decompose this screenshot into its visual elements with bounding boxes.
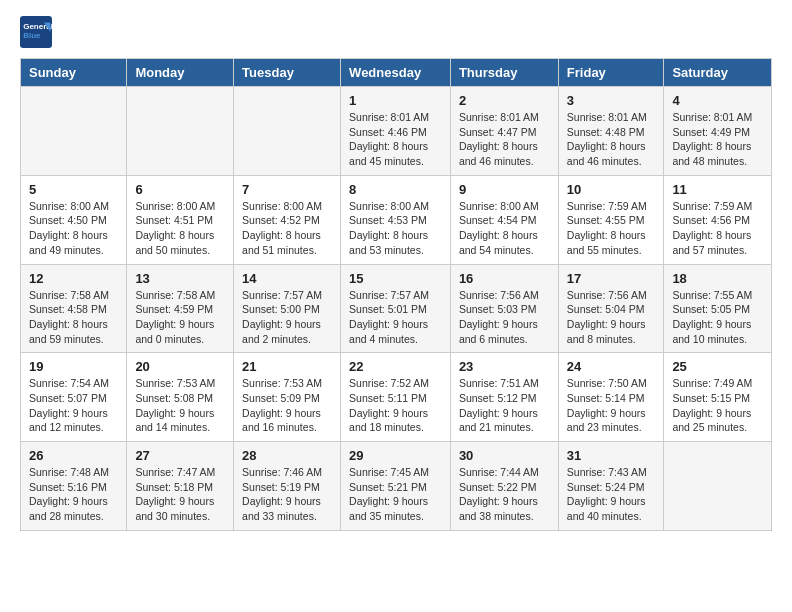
- day-info: Sunrise: 8:01 AM Sunset: 4:47 PM Dayligh…: [459, 110, 550, 169]
- calendar-cell: 10Sunrise: 7:59 AM Sunset: 4:55 PM Dayli…: [558, 175, 664, 264]
- calendar-cell: 8Sunrise: 8:00 AM Sunset: 4:53 PM Daylig…: [341, 175, 451, 264]
- calendar-week-row: 26Sunrise: 7:48 AM Sunset: 5:16 PM Dayli…: [21, 442, 772, 531]
- day-info: Sunrise: 7:59 AM Sunset: 4:55 PM Dayligh…: [567, 199, 656, 258]
- day-info: Sunrise: 8:01 AM Sunset: 4:49 PM Dayligh…: [672, 110, 763, 169]
- calendar-cell: 6Sunrise: 8:00 AM Sunset: 4:51 PM Daylig…: [127, 175, 234, 264]
- calendar-cell: [127, 87, 234, 176]
- calendar-cell: 29Sunrise: 7:45 AM Sunset: 5:21 PM Dayli…: [341, 442, 451, 531]
- day-info: Sunrise: 8:01 AM Sunset: 4:46 PM Dayligh…: [349, 110, 442, 169]
- calendar-cell: 11Sunrise: 7:59 AM Sunset: 4:56 PM Dayli…: [664, 175, 772, 264]
- day-number: 27: [135, 448, 225, 463]
- calendar-cell: 2Sunrise: 8:01 AM Sunset: 4:47 PM Daylig…: [450, 87, 558, 176]
- day-info: Sunrise: 7:51 AM Sunset: 5:12 PM Dayligh…: [459, 376, 550, 435]
- calendar-cell: 31Sunrise: 7:43 AM Sunset: 5:24 PM Dayli…: [558, 442, 664, 531]
- calendar-cell: 9Sunrise: 8:00 AM Sunset: 4:54 PM Daylig…: [450, 175, 558, 264]
- day-number: 12: [29, 271, 118, 286]
- calendar-cell: 27Sunrise: 7:47 AM Sunset: 5:18 PM Dayli…: [127, 442, 234, 531]
- day-number: 3: [567, 93, 656, 108]
- header: General Blue: [20, 16, 772, 48]
- calendar-cell: 23Sunrise: 7:51 AM Sunset: 5:12 PM Dayli…: [450, 353, 558, 442]
- calendar-cell: 19Sunrise: 7:54 AM Sunset: 5:07 PM Dayli…: [21, 353, 127, 442]
- day-info: Sunrise: 7:56 AM Sunset: 5:03 PM Dayligh…: [459, 288, 550, 347]
- day-number: 16: [459, 271, 550, 286]
- logo: General Blue: [20, 16, 56, 48]
- day-header-tuesday: Tuesday: [234, 59, 341, 87]
- day-info: Sunrise: 7:47 AM Sunset: 5:18 PM Dayligh…: [135, 465, 225, 524]
- day-number: 10: [567, 182, 656, 197]
- day-number: 6: [135, 182, 225, 197]
- day-number: 23: [459, 359, 550, 374]
- calendar-week-row: 12Sunrise: 7:58 AM Sunset: 4:58 PM Dayli…: [21, 264, 772, 353]
- calendar-week-row: 5Sunrise: 8:00 AM Sunset: 4:50 PM Daylig…: [21, 175, 772, 264]
- day-info: Sunrise: 7:57 AM Sunset: 5:01 PM Dayligh…: [349, 288, 442, 347]
- calendar-cell: 15Sunrise: 7:57 AM Sunset: 5:01 PM Dayli…: [341, 264, 451, 353]
- calendar-cell: 21Sunrise: 7:53 AM Sunset: 5:09 PM Dayli…: [234, 353, 341, 442]
- day-number: 24: [567, 359, 656, 374]
- day-number: 8: [349, 182, 442, 197]
- day-info: Sunrise: 7:57 AM Sunset: 5:00 PM Dayligh…: [242, 288, 332, 347]
- day-info: Sunrise: 7:49 AM Sunset: 5:15 PM Dayligh…: [672, 376, 763, 435]
- day-header-monday: Monday: [127, 59, 234, 87]
- logo-icon: General Blue: [20, 16, 52, 48]
- calendar-cell: [664, 442, 772, 531]
- calendar-table: SundayMondayTuesdayWednesdayThursdayFrid…: [20, 58, 772, 531]
- day-info: Sunrise: 7:44 AM Sunset: 5:22 PM Dayligh…: [459, 465, 550, 524]
- calendar-cell: 25Sunrise: 7:49 AM Sunset: 5:15 PM Dayli…: [664, 353, 772, 442]
- day-info: Sunrise: 7:45 AM Sunset: 5:21 PM Dayligh…: [349, 465, 442, 524]
- day-number: 13: [135, 271, 225, 286]
- day-number: 30: [459, 448, 550, 463]
- calendar-cell: 12Sunrise: 7:58 AM Sunset: 4:58 PM Dayli…: [21, 264, 127, 353]
- day-number: 21: [242, 359, 332, 374]
- day-header-thursday: Thursday: [450, 59, 558, 87]
- day-number: 2: [459, 93, 550, 108]
- calendar-cell: [234, 87, 341, 176]
- day-number: 29: [349, 448, 442, 463]
- calendar-cell: 13Sunrise: 7:58 AM Sunset: 4:59 PM Dayli…: [127, 264, 234, 353]
- page-container: General Blue SundayMondayTuesdayWednesda…: [0, 0, 792, 547]
- day-info: Sunrise: 8:00 AM Sunset: 4:53 PM Dayligh…: [349, 199, 442, 258]
- calendar-cell: 16Sunrise: 7:56 AM Sunset: 5:03 PM Dayli…: [450, 264, 558, 353]
- calendar-header-row: SundayMondayTuesdayWednesdayThursdayFrid…: [21, 59, 772, 87]
- day-header-sunday: Sunday: [21, 59, 127, 87]
- calendar-cell: 24Sunrise: 7:50 AM Sunset: 5:14 PM Dayli…: [558, 353, 664, 442]
- calendar-cell: 1Sunrise: 8:01 AM Sunset: 4:46 PM Daylig…: [341, 87, 451, 176]
- day-number: 5: [29, 182, 118, 197]
- svg-text:Blue: Blue: [23, 31, 41, 40]
- day-info: Sunrise: 7:56 AM Sunset: 5:04 PM Dayligh…: [567, 288, 656, 347]
- day-info: Sunrise: 7:58 AM Sunset: 4:58 PM Dayligh…: [29, 288, 118, 347]
- day-info: Sunrise: 8:00 AM Sunset: 4:51 PM Dayligh…: [135, 199, 225, 258]
- day-number: 11: [672, 182, 763, 197]
- day-info: Sunrise: 8:00 AM Sunset: 4:50 PM Dayligh…: [29, 199, 118, 258]
- day-info: Sunrise: 7:46 AM Sunset: 5:19 PM Dayligh…: [242, 465, 332, 524]
- calendar-cell: 28Sunrise: 7:46 AM Sunset: 5:19 PM Dayli…: [234, 442, 341, 531]
- day-number: 22: [349, 359, 442, 374]
- day-info: Sunrise: 7:43 AM Sunset: 5:24 PM Dayligh…: [567, 465, 656, 524]
- day-number: 20: [135, 359, 225, 374]
- day-info: Sunrise: 7:52 AM Sunset: 5:11 PM Dayligh…: [349, 376, 442, 435]
- calendar-cell: 3Sunrise: 8:01 AM Sunset: 4:48 PM Daylig…: [558, 87, 664, 176]
- day-header-wednesday: Wednesday: [341, 59, 451, 87]
- day-info: Sunrise: 7:55 AM Sunset: 5:05 PM Dayligh…: [672, 288, 763, 347]
- day-info: Sunrise: 8:00 AM Sunset: 4:52 PM Dayligh…: [242, 199, 332, 258]
- day-info: Sunrise: 7:53 AM Sunset: 5:09 PM Dayligh…: [242, 376, 332, 435]
- day-number: 14: [242, 271, 332, 286]
- calendar-cell: 14Sunrise: 7:57 AM Sunset: 5:00 PM Dayli…: [234, 264, 341, 353]
- calendar-cell: 20Sunrise: 7:53 AM Sunset: 5:08 PM Dayli…: [127, 353, 234, 442]
- day-number: 15: [349, 271, 442, 286]
- calendar-cell: [21, 87, 127, 176]
- day-number: 26: [29, 448, 118, 463]
- calendar-cell: 5Sunrise: 8:00 AM Sunset: 4:50 PM Daylig…: [21, 175, 127, 264]
- day-number: 1: [349, 93, 442, 108]
- day-info: Sunrise: 8:00 AM Sunset: 4:54 PM Dayligh…: [459, 199, 550, 258]
- day-number: 18: [672, 271, 763, 286]
- calendar-cell: 30Sunrise: 7:44 AM Sunset: 5:22 PM Dayli…: [450, 442, 558, 531]
- day-number: 17: [567, 271, 656, 286]
- day-number: 7: [242, 182, 332, 197]
- day-info: Sunrise: 7:53 AM Sunset: 5:08 PM Dayligh…: [135, 376, 225, 435]
- calendar-cell: 18Sunrise: 7:55 AM Sunset: 5:05 PM Dayli…: [664, 264, 772, 353]
- day-number: 28: [242, 448, 332, 463]
- calendar-cell: 26Sunrise: 7:48 AM Sunset: 5:16 PM Dayli…: [21, 442, 127, 531]
- calendar-cell: 4Sunrise: 8:01 AM Sunset: 4:49 PM Daylig…: [664, 87, 772, 176]
- day-header-saturday: Saturday: [664, 59, 772, 87]
- day-number: 25: [672, 359, 763, 374]
